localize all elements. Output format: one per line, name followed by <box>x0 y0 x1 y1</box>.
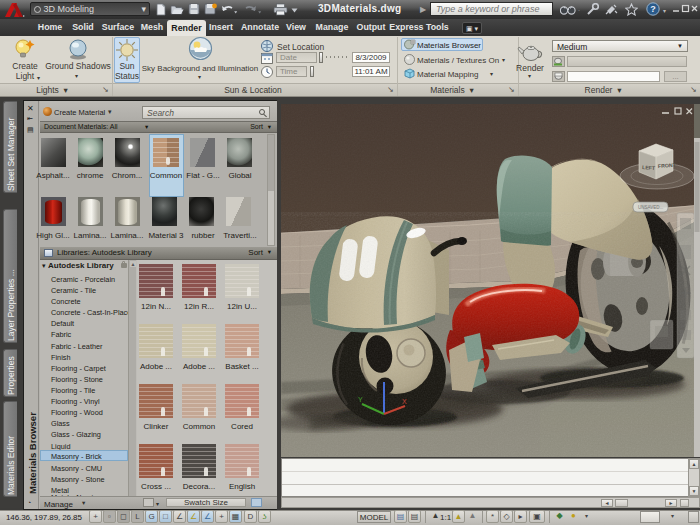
svg-text:LEFT: LEFT <box>642 164 656 171</box>
svg-text:UNSAVED...: UNSAVED... <box>638 205 663 210</box>
svg-text:?: ? <box>650 4 656 14</box>
